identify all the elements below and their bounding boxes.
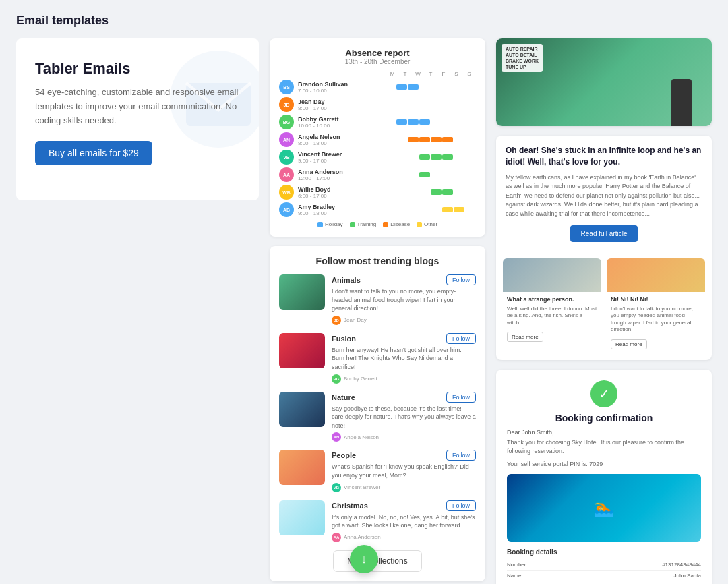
absence-date: 13th - 20th December	[279, 58, 476, 65]
bar-cell	[442, 207, 453, 212]
read-full-article-button[interactable]: Read full article	[570, 225, 638, 242]
mini-article-content: What a strange person. Well, well did th…	[503, 292, 601, 346]
booking-detail-name: Name John Santa	[507, 571, 701, 581]
bar-cell	[454, 189, 464, 195]
bar-cell	[442, 189, 453, 195]
blog-category: Christmas	[332, 502, 368, 510]
mini-article-image	[503, 258, 601, 292]
person-time: 8:00 - 18:00	[298, 140, 392, 146]
bar-cell	[454, 102, 464, 107]
person-bars	[396, 189, 476, 195]
detail-value: John Santa	[674, 573, 701, 579]
person-name: Bobby Garrett	[298, 116, 392, 123]
mini-article-text: I don't want to talk to you no more, you…	[611, 305, 701, 334]
blog-author: VB Vincent Brewer	[332, 483, 476, 492]
blog-thumbnail	[279, 392, 325, 427]
blog-cat-row: Animals Follow	[332, 274, 476, 285]
person-silhouette	[671, 79, 692, 126]
blog-cat-row: Fusion Follow	[332, 333, 476, 344]
blog-item: Animals Follow I don't want to talk to y…	[279, 274, 476, 325]
bar-cell	[419, 84, 430, 90]
bar-cell	[408, 102, 419, 107]
bar-cell	[419, 119, 430, 125]
person-name: Brandon Sullivan	[298, 81, 392, 88]
person-info: Amy Bradley 9:00 - 18:00	[298, 204, 392, 216]
bar-cell	[465, 137, 476, 142]
bar-cell	[419, 207, 430, 212]
hotel-image: 🏊	[507, 474, 701, 542]
legend-label: Disease	[390, 221, 410, 227]
bar-cell	[396, 207, 407, 212]
bar-cell	[465, 154, 476, 160]
legend-label: Training	[357, 221, 377, 227]
avatar: AA	[279, 167, 294, 182]
bar-cell	[419, 172, 430, 177]
follow-button[interactable]: Follow	[446, 450, 476, 461]
avatar: AB	[279, 202, 294, 217]
day-s2: S	[464, 71, 475, 77]
mini-read-button[interactable]: Read more	[611, 339, 647, 349]
follow-button[interactable]: Follow	[446, 333, 476, 344]
booking-card: ✓ Booking confirmation Dear John Smith, …	[496, 370, 712, 584]
follow-button[interactable]: Follow	[446, 274, 476, 285]
avatar: BS	[279, 80, 294, 94]
trending-title: Follow most trending blogs	[279, 256, 476, 266]
author-name: Anna Anderson	[344, 534, 381, 540]
person-info: Brandon Sullivan 7:00 - 10:00	[298, 81, 392, 94]
person-info: Angela Nelson 8:00 - 18:00	[298, 134, 392, 146]
right-column: AUTO REPAIRAUTO DETAILBRAKE WORKTUNE UP …	[496, 38, 712, 584]
bar-cell	[408, 207, 419, 212]
hero-description: 54 eye-catching, customizable and respon…	[35, 86, 240, 127]
legend-dot	[317, 222, 323, 227]
detail-label: Number	[507, 562, 526, 568]
blog-author: JD Jean Day	[332, 316, 476, 325]
follow-button[interactable]: Follow	[446, 500, 476, 511]
article-content: Oh dear! She's stuck in an infinite loop…	[496, 136, 712, 252]
avatar: JD	[279, 97, 294, 112]
blog-item: Christmas Follow It's only a model. No, …	[279, 500, 476, 542]
bar-cell	[408, 154, 419, 160]
mini-article-title: What a strange person.	[507, 296, 597, 303]
bar-cell	[465, 172, 476, 177]
legend-label: Other	[424, 221, 437, 227]
person-bars	[396, 207, 476, 212]
booking-detail-number: Number #131284348444	[507, 560, 701, 571]
mini-articles: What a strange person. Well, well did th…	[496, 252, 712, 360]
bar-cell	[431, 119, 442, 125]
hotel-pool-icon: 🏊	[594, 498, 614, 517]
mini-read-button[interactable]: Read more	[507, 332, 543, 342]
trending-blogs-card: Follow most trending blogs Animals Follo…	[270, 246, 485, 581]
avatar: BG	[279, 115, 294, 129]
person-time: 9:00 - 18:00	[298, 210, 392, 216]
buy-button[interactable]: Buy all emails for $29	[35, 141, 152, 165]
blog-description: Burn her anyway! He hasn't got shit all …	[332, 346, 476, 372]
bar-cell	[408, 189, 419, 195]
blog-author: AN Angela Nelson	[332, 432, 476, 442]
bar-cell	[408, 119, 419, 125]
bar-cell	[465, 84, 476, 90]
absence-report-card: Absence report 13th - 20th December M T …	[270, 38, 485, 237]
bar-cell	[396, 119, 407, 125]
photo-overlay-text: AUTO REPAIRAUTO DETAILBRAKE WORKTUNE UP	[502, 44, 543, 72]
blog-cat-row: Christmas Follow	[332, 500, 476, 511]
download-fab[interactable]: ↓	[350, 545, 378, 573]
bar-cell	[419, 137, 430, 142]
detail-value: #131284348444	[662, 562, 701, 568]
bar-cell	[419, 102, 430, 107]
person-row: AB Amy Bradley 9:00 - 18:00	[279, 202, 476, 217]
blog-content: Fusion Follow Burn her anyway! He hasn't…	[332, 333, 476, 384]
detail-label: Name	[507, 573, 521, 579]
bar-cell	[431, 102, 442, 107]
booking-greeting: Dear John Smith,	[507, 429, 701, 436]
blog-category: People	[332, 451, 356, 459]
author-avatar: JD	[332, 316, 341, 325]
person-name: Vincent Brewer	[298, 151, 392, 158]
blog-thumbnail	[279, 333, 325, 368]
bar-cell	[454, 137, 464, 142]
bar-cell	[454, 207, 464, 212]
bar-cell	[396, 137, 407, 142]
bar-cell	[431, 189, 442, 195]
bar-cell	[442, 84, 453, 90]
person-row: JD Jean Day 8:00 - 17:00	[279, 97, 476, 112]
follow-button[interactable]: Follow	[446, 392, 476, 403]
